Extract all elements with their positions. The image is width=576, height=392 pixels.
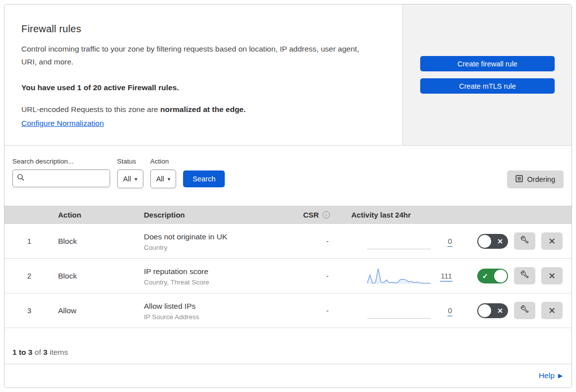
- rule-title: IP reputation score: [144, 266, 295, 277]
- create-mtls-rule-button[interactable]: Create mTLS rule: [420, 78, 555, 94]
- rule-controls: ✓ ✕ ✕: [452, 267, 572, 284]
- activity-count-link[interactable]: 0: [448, 237, 452, 247]
- rule-priority: 1: [4, 237, 54, 245]
- chevron-down-icon: ▾: [134, 176, 137, 182]
- search-field-group: Search description...: [12, 158, 110, 187]
- usage-summary: You have used 1 of 20 active Firewall ru…: [21, 83, 392, 92]
- edit-rule-button[interactable]: [514, 267, 535, 284]
- rule-action: Allow: [54, 306, 140, 315]
- activity-count-link[interactable]: 111: [440, 272, 452, 281]
- create-firewall-rule-button[interactable]: Create firewall rule: [420, 56, 555, 71]
- edit-rule-button[interactable]: [514, 232, 535, 250]
- wrench-icon: [520, 305, 529, 316]
- rule-priority: 2: [4, 272, 54, 280]
- activity-count-wrap: 111: [440, 272, 452, 280]
- ordering-button[interactable]: Ordering: [507, 170, 564, 188]
- rule-enabled-toggle[interactable]: ✓ ✕: [477, 234, 508, 249]
- status-filter-group: Status All ▾: [117, 158, 143, 188]
- search-box: [12, 169, 110, 187]
- firewall-rules-card: Firewall rules Control incoming traffic …: [4, 4, 572, 388]
- action-dropdown[interactable]: All ▾: [150, 169, 177, 188]
- info-icon[interactable]: i: [322, 211, 330, 219]
- rule-activity-cell: 0: [347, 224, 452, 258]
- rule-title: Does not originate in UK: [144, 231, 295, 242]
- rule-csr-value: -: [295, 306, 347, 315]
- filter-controls: Search description... Status All ▾ Actio…: [12, 158, 225, 188]
- arrow-right-icon: ▶: [558, 372, 563, 379]
- activity-count-wrap: 0: [448, 306, 452, 315]
- column-header-description: Description: [140, 211, 295, 219]
- rule-fields: Country, Threat Score: [144, 279, 295, 286]
- page-description: Control incoming traffic to your zone by…: [21, 43, 371, 68]
- rule-description: Allow listed IPs IP Source Address: [140, 301, 295, 321]
- range-text: 1 to 3: [12, 348, 32, 356]
- rule-controls: ✓ ✕ ✕: [452, 232, 572, 250]
- help-link[interactable]: Help ▶: [539, 371, 563, 380]
- edit-rule-button[interactable]: [514, 302, 535, 319]
- table-header-row: Action Description CSR i Activity last 2…: [4, 206, 572, 224]
- activity-sparkline: [367, 301, 431, 320]
- close-icon: ✕: [548, 271, 556, 281]
- rule-activity-cell: 111: [347, 259, 452, 293]
- rule-csr-value: -: [295, 237, 347, 245]
- column-header-action: Action: [54, 211, 140, 219]
- toggle-knob: [478, 235, 491, 248]
- intro-block: Firewall rules Control incoming traffic …: [4, 4, 402, 145]
- wrench-icon: [520, 236, 529, 247]
- action-value: All: [156, 175, 164, 183]
- rule-action: Block: [54, 237, 140, 246]
- activity-sparkline: [367, 267, 431, 285]
- page-title: Firewall rules: [21, 23, 392, 35]
- column-header-csr: CSR i: [295, 211, 347, 219]
- status-dropdown[interactable]: All ▾: [117, 169, 143, 188]
- normalization-bold: normalized at the edge.: [160, 105, 246, 113]
- configure-normalization-link[interactable]: Configure Normalization: [21, 119, 104, 128]
- table-row: 1 Block Does not originate in UK Country…: [4, 224, 572, 259]
- delete-rule-button[interactable]: ✕: [541, 302, 563, 319]
- normalization-line: URL-encoded Requests to this zone are no…: [21, 104, 392, 115]
- rule-action: Block: [54, 272, 140, 280]
- rule-fields: Country: [144, 244, 295, 251]
- rule-activity-cell: 0: [347, 293, 452, 328]
- search-icon: [17, 173, 25, 183]
- rule-description: IP reputation score Country, Threat Scor…: [140, 266, 295, 286]
- action-panel: Create firewall rule Create mTLS rule: [402, 4, 572, 145]
- column-header-activity: Activity last 24hr: [347, 211, 452, 219]
- rule-csr-value: -: [295, 272, 347, 280]
- ordering-button-label: Ordering: [527, 175, 555, 183]
- activity-count-link[interactable]: 0: [448, 306, 452, 316]
- search-label: Search description...: [12, 158, 110, 165]
- help-label: Help: [539, 371, 555, 380]
- search-button[interactable]: Search: [183, 170, 225, 187]
- search-input[interactable]: [28, 174, 102, 182]
- rule-enabled-toggle[interactable]: ✓ ✕: [477, 269, 508, 283]
- total-text: 3: [43, 348, 48, 356]
- rule-title: Allow listed IPs: [144, 301, 295, 311]
- filter-bar: Search description... Status All ▾ Actio…: [4, 146, 572, 206]
- normalization-text: URL-encoded Requests to this zone are: [21, 105, 160, 113]
- csr-header-label: CSR: [303, 211, 319, 219]
- toggle-knob: [494, 270, 507, 282]
- toggle-knob: [478, 304, 491, 317]
- wrench-icon: [520, 271, 529, 281]
- pagination-summary: 1 to 3 of 3 items: [4, 328, 572, 364]
- rule-enabled-toggle[interactable]: ✓ ✕: [477, 303, 508, 318]
- close-icon: ✕: [548, 305, 556, 316]
- table-row: 2 Block IP reputation score Country, Thr…: [4, 259, 572, 293]
- rule-priority: 3: [4, 307, 54, 315]
- status-value: All: [123, 175, 131, 183]
- activity-sparkline: [367, 232, 431, 251]
- delete-rule-button[interactable]: ✕: [541, 267, 563, 284]
- check-icon: ✓: [482, 269, 488, 283]
- rule-controls: ✓ ✕ ✕: [452, 302, 572, 319]
- table-row: 3 Allow Allow listed IPs IP Source Addre…: [4, 293, 572, 328]
- status-label: Status: [117, 158, 143, 165]
- ordering-list-icon: [515, 175, 523, 184]
- close-icon: ✕: [548, 236, 556, 247]
- delete-rule-button[interactable]: ✕: [541, 232, 563, 250]
- of-text: of: [32, 348, 43, 356]
- help-bar: Help ▶: [4, 364, 572, 387]
- x-icon: ✕: [497, 234, 503, 249]
- activity-count-wrap: 0: [448, 237, 452, 246]
- rule-description: Does not originate in UK Country: [140, 231, 295, 251]
